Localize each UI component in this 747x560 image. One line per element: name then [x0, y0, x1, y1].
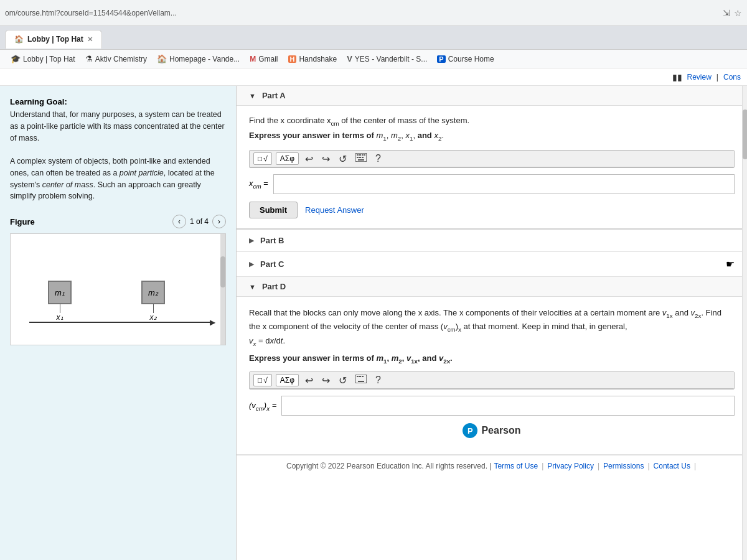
part-a-label: Part A — [262, 91, 286, 100]
part-a-answer-row: xcm = — [249, 174, 735, 194]
cons-link[interactable]: Cons — [723, 73, 741, 82]
tab-label: Lobby | Top Hat — [27, 35, 83, 44]
learning-goal-section: Learning Goal: Understand that, for many… — [10, 97, 226, 202]
yes-icon: V — [347, 54, 352, 63]
part-a-question2: Express your answer in terms of m1, m2, … — [249, 131, 735, 142]
pearson-letter: P — [467, 426, 473, 436]
part-d-label: Part D — [262, 282, 286, 291]
toolbar-redo-button[interactable]: ↪ — [319, 153, 332, 165]
review-separator: | — [716, 73, 718, 82]
toolbar-sqrt-button[interactable]: □ √ — [253, 152, 272, 165]
svg-rect-13 — [362, 376, 364, 377]
part-d-recall-text: Recall that the blocks can only move alo… — [249, 307, 735, 348]
d-greek-label: ΑΣφ — [280, 376, 294, 385]
svg-rect-12 — [359, 376, 361, 377]
mass1-square: m₁ — [48, 281, 72, 304]
lg-line1: Understand that, for many purposes, a sy… — [10, 110, 225, 142]
review-link[interactable]: Review — [687, 73, 712, 82]
xcm-sub: cm — [331, 120, 339, 127]
bookmark-handshake[interactable]: H Handshake — [284, 54, 342, 65]
bookmark-gmail[interactable]: M Gmail — [245, 54, 282, 65]
tab-close-button[interactable]: ✕ — [87, 35, 93, 44]
browser-icon-2: ☆ — [734, 8, 742, 18]
bookmark-aktiv-label: Aktiv Chemistry — [95, 55, 147, 63]
toolbar-d-greek-button[interactable]: ΑΣφ — [276, 374, 299, 386]
part-d-header[interactable]: ▼ Part D — [237, 277, 747, 297]
svg-rect-1 — [357, 154, 359, 156]
lobby-icon: 🎓 — [11, 54, 21, 63]
toolbar-d-sqrt-button[interactable]: □ √ — [253, 374, 272, 386]
active-tab[interactable]: 🏠 Lobby | Top Hat ✕ — [5, 30, 102, 49]
hand-cursor-icon: ☛ — [726, 258, 735, 270]
terms-link[interactable]: Terms of Use — [494, 462, 538, 470]
part-d-answer-input[interactable] — [281, 396, 735, 416]
mass1-line — [60, 304, 60, 313]
svg-rect-7 — [362, 157, 364, 158]
toolbar-d-refresh-button[interactable]: ↺ — [336, 375, 349, 386]
scroll-thumb — [220, 256, 225, 287]
part-a-content: Find the x coordinate xcm of the center … — [237, 106, 747, 230]
toolbar-refresh-button[interactable]: ↺ — [336, 153, 349, 165]
figure-arrow-right: ▶ — [210, 318, 215, 327]
right-scroll-thumb[interactable] — [743, 110, 747, 159]
footer-sep2: | — [598, 462, 599, 470]
right-panel[interactable]: ▼ Part A Find the x coordinate xcm of th… — [237, 86, 747, 560]
keyboard-icon — [355, 153, 367, 162]
bookmark-course-label: Course Home — [448, 55, 494, 63]
bookmark-yes[interactable]: V YES - Vanderbilt - S... — [342, 53, 431, 65]
mass2-block: m₂ x₂ — [141, 281, 165, 322]
figure-next-button[interactable]: › — [212, 215, 226, 228]
bookmarks-bar: 🎓 Lobby | Top Hat ⚗ Aktiv Chemistry 🏠 Ho… — [0, 50, 747, 68]
d-sqrt-label: √ — [263, 376, 268, 385]
toolbar-undo-button[interactable]: ↩ — [303, 153, 316, 165]
figure-section: Figure ‹ 1 of 4 › ▶ m₁ — [10, 215, 226, 345]
bookmark-yes-label: YES - Vanderbilt - S... — [355, 55, 428, 63]
toolbar-keyboard-button[interactable] — [353, 153, 369, 164]
pearson-logo: P Pearson — [249, 423, 735, 438]
part-a-answer-label: xcm = — [249, 179, 268, 190]
right-scrollbar[interactable] — [742, 86, 747, 560]
gmail-icon: M — [250, 55, 256, 63]
svg-rect-5 — [357, 157, 359, 158]
permissions-link[interactable]: Permissions — [603, 462, 644, 470]
toolbar-d-keyboard-button[interactable] — [353, 375, 369, 386]
course-icon: P — [437, 55, 445, 63]
pearson-circle-icon: P — [463, 423, 477, 438]
part-a-answer-input[interactable] — [273, 174, 735, 194]
bookmark-lobby-label: Lobby | Top Hat — [23, 55, 75, 63]
scroll-indicator — [220, 234, 225, 345]
part-c-collapsed[interactable]: ▶ Part C ☛ — [237, 252, 747, 277]
request-answer-link[interactable]: Request Answer — [305, 205, 364, 215]
toolbar-d-redo-button[interactable]: ↪ — [319, 375, 332, 386]
tab-icon: 🏠 — [14, 35, 24, 44]
part-c-arrow-icon: ▶ — [249, 260, 254, 268]
part-a-header[interactable]: ▼ Part A — [237, 86, 747, 106]
bookmark-lobby[interactable]: 🎓 Lobby | Top Hat — [6, 53, 80, 65]
footer-sep4: | — [694, 462, 696, 470]
learning-goal-text: Understand that, for many purposes, a sy… — [10, 109, 226, 202]
submit-button[interactable]: Submit — [249, 202, 298, 218]
main-layout: Learning Goal: Understand that, for many… — [0, 86, 747, 560]
bookmark-aktiv[interactable]: ⚗ Aktiv Chemistry — [81, 53, 151, 65]
privacy-link[interactable]: Privacy Policy — [547, 462, 594, 470]
footer: Copyright © 2022 Pearson Education Inc. … — [237, 455, 747, 477]
mass1-axis-label: x₁ — [57, 313, 63, 322]
part-a-toolbar: □ √ ΑΣφ ↩ ↪ ↺ — [250, 151, 734, 167]
sqrt-label: √ — [263, 154, 268, 163]
toolbar-greek-button[interactable]: ΑΣφ — [276, 152, 299, 165]
part-a-math-input: □ √ ΑΣφ ↩ ↪ ↺ — [249, 150, 735, 168]
toolbar-d-undo-button[interactable]: ↩ — [303, 375, 316, 386]
bookmark-homepage[interactable]: 🏠 Homepage - Vande... — [153, 53, 244, 65]
tab-bar: 🏠 Lobby | Top Hat ✕ — [0, 26, 747, 50]
figure-prev-button[interactable]: ‹ — [172, 215, 186, 228]
part-a-submit-row: Submit Request Answer — [249, 202, 735, 218]
left-panel: Learning Goal: Understand that, for many… — [0, 86, 237, 560]
contact-link[interactable]: Contact Us — [654, 462, 690, 470]
footer-sep1: | — [542, 462, 543, 470]
figure-page: 1 of 4 — [190, 217, 209, 226]
part-a-question1: Find the x coordinate xcm of the center … — [249, 116, 735, 127]
toolbar-d-help-button[interactable]: ? — [373, 375, 383, 386]
bookmark-course[interactable]: P Course Home — [433, 54, 498, 65]
toolbar-help-button[interactable]: ? — [373, 153, 383, 164]
part-b-collapsed[interactable]: ▶ Part B — [237, 230, 747, 252]
